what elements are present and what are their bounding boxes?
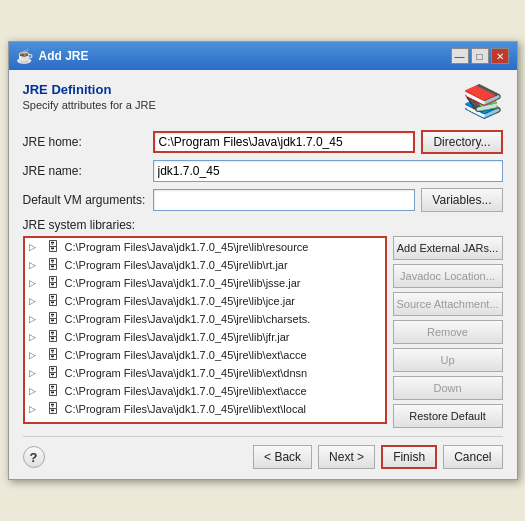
expand-icon: ▷ (29, 350, 41, 360)
jar-icon: 🗄 (45, 294, 61, 308)
restore-default-button[interactable]: Restore Default (393, 404, 503, 428)
jar-icon: 🗄 (45, 384, 61, 398)
jre-home-label: JRE home: (23, 135, 153, 149)
list-item[interactable]: ▷ 🗄 C:\Program Files\Java\jdk1.7.0_45\jr… (25, 382, 385, 400)
list-item[interactable]: ▷ 🗄 C:\Program Files\Java\jdk1.7.0_45\jr… (25, 400, 385, 418)
dialog-icon: ☕ (17, 48, 33, 64)
list-item[interactable]: ▷ 🗄 C:\Program Files\Java\jdk1.7.0_45\jr… (25, 328, 385, 346)
jar-icon: 🗄 (45, 330, 61, 344)
close-button[interactable]: ✕ (491, 48, 509, 64)
variables-button[interactable]: Variables... (421, 188, 502, 212)
minimize-button[interactable]: — (451, 48, 469, 64)
lib-text: C:\Program Files\Java\jdk1.7.0_45\jre\li… (65, 295, 295, 307)
footer-left: ? (23, 446, 45, 468)
libraries-section: ▷ 🗄 C:\Program Files\Java\jdk1.7.0_45\jr… (23, 236, 503, 428)
list-item[interactable]: ▷ 🗄 C:\Program Files\Java\jdk1.7.0_45\jr… (25, 292, 385, 310)
jar-icon: 🗄 (45, 240, 61, 254)
header-subtitle: Specify attributes for a JRE (23, 99, 156, 111)
jar-icon: 🗄 (45, 276, 61, 290)
footer-section: ? < Back Next > Finish Cancel (23, 436, 503, 469)
list-item[interactable]: ▷ 🗄 C:\Program Files\Java\jdk1.7.0_45\jr… (25, 256, 385, 274)
jar-icon: 🗄 (45, 348, 61, 362)
header-title: JRE Definition (23, 82, 156, 97)
libraries-list-wrapper: ▷ 🗄 C:\Program Files\Java\jdk1.7.0_45\jr… (23, 236, 387, 424)
list-item[interactable]: ▷ 🗄 C:\Program Files\Java\jdk1.7.0_45\jr… (25, 310, 385, 328)
libraries-label: JRE system libraries: (23, 218, 503, 232)
title-controls: — □ ✕ (451, 48, 509, 64)
lib-text: C:\Program Files\Java\jdk1.7.0_45\jre\li… (65, 313, 311, 325)
list-item[interactable]: ▷ 🗄 C:\Program Files\Java\jdk1.7.0_45\jr… (25, 346, 385, 364)
jar-icon: 🗄 (45, 366, 61, 380)
next-button[interactable]: Next > (318, 445, 375, 469)
lib-text: C:\Program Files\Java\jdk1.7.0_45\jre\li… (65, 277, 301, 289)
jre-name-label: JRE name: (23, 164, 153, 178)
remove-button[interactable]: Remove (393, 320, 503, 344)
jar-icon: 🗄 (45, 402, 61, 416)
libraries-list[interactable]: ▷ 🗄 C:\Program Files\Java\jdk1.7.0_45\jr… (25, 238, 385, 422)
jre-home-input-wrapper: Directory... (153, 130, 503, 154)
finish-button[interactable]: Finish (381, 445, 437, 469)
footer-buttons: < Back Next > Finish Cancel (253, 445, 502, 469)
default-vm-input-wrapper: Variables... (153, 188, 503, 212)
list-item[interactable]: ▷ 🗄 C:\Program Files\Java\jdk1.7.0_45\jr… (25, 274, 385, 292)
default-vm-input[interactable] (153, 189, 416, 211)
expand-icon: ▷ (29, 296, 41, 306)
lib-text: C:\Program Files\Java\jdk1.7.0_45\jre\li… (65, 403, 307, 415)
directory-button[interactable]: Directory... (421, 130, 502, 154)
jre-home-input[interactable] (153, 131, 416, 153)
lib-text: C:\Program Files\Java\jdk1.7.0_45\jre\li… (65, 331, 290, 343)
expand-icon: ▷ (29, 386, 41, 396)
jre-name-input-wrapper (153, 160, 503, 182)
expand-icon: ▷ (29, 404, 41, 414)
lib-text: C:\Program Files\Java\jdk1.7.0_45\jre\li… (65, 385, 307, 397)
down-button[interactable]: Down (393, 376, 503, 400)
help-button[interactable]: ? (23, 446, 45, 468)
expand-icon: ▷ (29, 332, 41, 342)
default-vm-label: Default VM arguments: (23, 193, 153, 207)
dialog-title: Add JRE (39, 49, 89, 63)
title-bar-left: ☕ Add JRE (17, 48, 89, 64)
maximize-button[interactable]: □ (471, 48, 489, 64)
up-button[interactable]: Up (393, 348, 503, 372)
lib-text: C:\Program Files\Java\jdk1.7.0_45\jre\li… (65, 259, 288, 271)
javadoc-location-button[interactable]: Javadoc Location... (393, 264, 503, 288)
header-icon: 📚 (463, 82, 503, 120)
lib-text: C:\Program Files\Java\jdk1.7.0_45\jre\li… (65, 241, 309, 253)
back-button[interactable]: < Back (253, 445, 312, 469)
jar-icon: 🗄 (45, 258, 61, 272)
jre-name-input[interactable] (153, 160, 503, 182)
cancel-button[interactable]: Cancel (443, 445, 502, 469)
expand-icon: ▷ (29, 260, 41, 270)
header-section: JRE Definition Specify attributes for a … (23, 82, 503, 120)
expand-icon: ▷ (29, 314, 41, 324)
list-item[interactable]: ▷ 🗄 C:\Program Files\Java\jdk1.7.0_45\jr… (25, 238, 385, 256)
list-item[interactable]: ▷ 🗄 C:\Program Files\Java\jdk1.7.0_45\jr… (25, 364, 385, 382)
default-vm-row: Default VM arguments: Variables... (23, 188, 503, 212)
libraries-buttons: Add External JARs... Javadoc Location...… (393, 236, 503, 428)
lib-text: C:\Program Files\Java\jdk1.7.0_45\jre\li… (65, 349, 307, 361)
title-bar: ☕ Add JRE — □ ✕ (9, 42, 517, 70)
header-text: JRE Definition Specify attributes for a … (23, 82, 156, 111)
jre-home-row: JRE home: Directory... (23, 130, 503, 154)
add-external-jars-button[interactable]: Add External JARs... (393, 236, 503, 260)
source-attachment-button[interactable]: Source Attachment... (393, 292, 503, 316)
lib-text: C:\Program Files\Java\jdk1.7.0_45\jre\li… (65, 367, 308, 379)
expand-icon: ▷ (29, 278, 41, 288)
expand-icon: ▷ (29, 242, 41, 252)
jar-icon: 🗄 (45, 312, 61, 326)
add-jre-dialog: ☕ Add JRE — □ ✕ JRE Definition Specify a… (8, 41, 518, 480)
expand-icon: ▷ (29, 368, 41, 378)
jre-name-row: JRE name: (23, 160, 503, 182)
dialog-content: JRE Definition Specify attributes for a … (9, 70, 517, 479)
